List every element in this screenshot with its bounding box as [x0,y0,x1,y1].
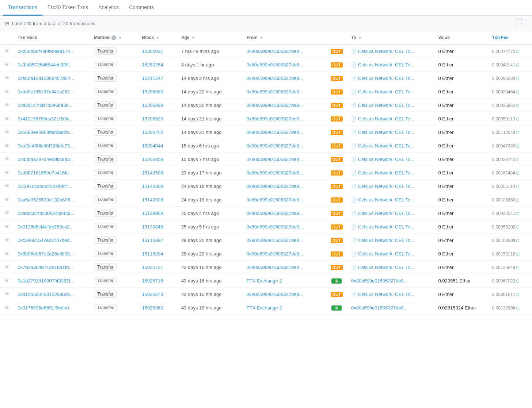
block-link[interactable]: 15206450 [142,130,163,135]
from-link[interactable]: 0x80a599e01506327de8... [247,170,303,176]
from-link[interactable]: 0x80a599e01506327de8... [247,49,303,54]
txn-hash-link[interactable]: 0xa5a0525533e132a635... [18,197,74,203]
txn-hash-link[interactable]: 0xc38681542ec3707bed... [18,238,73,243]
block-link[interactable]: 15025673 [142,292,163,297]
eye-icon[interactable]: 👁 [4,170,10,176]
eye-icon[interactable]: 👁 [4,278,10,284]
block-link[interactable]: 15250264 [142,62,163,68]
from-link[interactable]: 0x80a599e01506327de8... [247,103,303,108]
eye-icon[interactable]: 👁 [4,48,10,54]
to-link[interactable]: Celsius Network: CEL To... [358,224,414,230]
to-link[interactable]: Celsius Network: CEL To... [358,49,414,54]
to-link[interactable]: Celsius Network: CEL To... [358,116,414,122]
tab-analytics[interactable]: Analytics [93,0,124,16]
tab-erc20[interactable]: Erc20 Token Txns [42,0,94,16]
to-link[interactable]: Celsius Network: CEL To... [358,211,414,216]
to-link[interactable]: Celsius Network: CEL To... [358,130,414,135]
from-link[interactable]: 0x80a599e01506327de8... [247,184,303,189]
to-link[interactable]: Celsius Network: CEL To... [358,62,414,68]
txn-hash-link[interactable]: 0xaddcd7fdc30c34bb4c9... [18,211,74,216]
block-link[interactable]: 15206889 [142,89,163,95]
eye-icon[interactable]: 👁 [4,116,10,122]
more-options-button[interactable]: ⋮ [515,19,527,27]
block-link[interactable]: 15211547 [142,76,163,81]
to-link[interactable]: Celsius Network: CEL To... [358,292,414,297]
from-link[interactable]: 0x80a599e01506327de8... [247,62,303,68]
to-link[interactable]: Celsius Network: CEL To... [358,238,414,243]
txn-hash-link[interactable]: 0xd087161650e7e416fc... [18,170,72,176]
from-link[interactable]: 0x80a599e01506327de8... [247,251,303,257]
eye-icon[interactable]: 👁 [4,197,10,203]
txn-hash-link[interactable]: 0x7b2a364871a818a1fd... [18,265,73,270]
eye-icon[interactable]: 👁 [4,251,10,257]
txn-hash-link[interactable]: 0x3175835e6691f8eded... [18,305,73,311]
block-link[interactable]: 15139846 [142,224,163,230]
from-link[interactable]: 0x80a599e01506327de8... [247,238,303,243]
eye-icon[interactable]: 👁 [4,62,10,68]
eye-icon[interactable]: 👁 [4,305,10,311]
eye-icon[interactable]: 👁 [4,224,10,230]
to-link[interactable]: 0x80a599e01506327de8... [351,305,408,311]
block-link[interactable]: 15149508 [142,170,163,176]
to-link[interactable]: Celsius Network: CEL To... [358,184,414,189]
block-link[interactable]: 15116387 [142,238,163,243]
from-link[interactable]: 0x80a599e01506327de8... [247,130,303,135]
block-link[interactable]: 15025362 [142,305,163,311]
block-link[interactable]: 15116284 [142,251,163,257]
from-link[interactable]: 0x80a599e01506327de8... [247,197,303,203]
txn-hash-link[interactable]: 0xd1365d0408152686cb... [18,292,74,297]
block-link[interactable]: 15142808 [142,197,163,203]
from-link[interactable]: 0x80a599e01506327de8... [247,143,303,149]
txn-hash-link[interactable]: 0x9126b5cf4efde259ca2... [18,224,73,230]
to-link[interactable]: Celsius Network: CEL To... [358,103,414,108]
txn-hash-link[interactable]: 0xfa5fa12d1306d467d04... [18,76,74,81]
eye-icon[interactable]: 👁 [4,89,10,95]
txn-hash-link[interactable]: 0x412c35786ca321f5f3e... [18,116,73,122]
txn-hash-link[interactable]: 0xa291c7f8d7b3e6ba38... [18,103,72,108]
from-link[interactable]: 0x80a599e01506327de8... [247,265,303,270]
txn-hash-link[interactable]: 0x3fd8572646644cb3f5f... [18,62,72,68]
tab-transactions[interactable]: Transactions [3,0,42,16]
eye-icon[interactable]: 👁 [4,237,10,243]
from-link[interactable]: 0x80a599e01506327de8... [247,157,303,162]
to-link[interactable]: Celsius Network: CEL To... [358,143,414,149]
txn-hash-link[interactable]: 0xb58b86f480f9beaa174... [18,49,74,54]
to-link[interactable]: 0x80a599e01506327de8... [351,278,408,284]
txn-hash-link[interactable]: 0x8b96de67e2a26c8838... [18,251,74,257]
block-filter-button[interactable]: ▼ [155,36,160,40]
block-link[interactable]: 15142808 [142,184,163,189]
from-link[interactable]: 0x80a599e01506327de8... [247,76,303,81]
eye-icon[interactable]: 👁 [4,183,10,189]
txn-hash-link[interactable]: 0xaf3e480fc88f326bfa73... [18,143,74,149]
tab-comments[interactable]: Comments [124,0,159,16]
block-link[interactable]: 15139968 [142,211,163,216]
block-link[interactable]: 15204044 [142,143,163,149]
block-link[interactable]: 15025721 [142,265,163,270]
from-link[interactable]: 0x80a599e01506327de8... [247,89,303,95]
eye-icon[interactable]: 👁 [4,143,10,149]
block-link[interactable]: 15206889 [142,103,163,108]
block-link[interactable]: 15206520 [142,116,163,122]
method-filter-button[interactable]: ▼ [118,36,123,40]
txn-hash-link[interactable]: 0x1b2792819007f43982f... [18,278,74,284]
eye-icon[interactable]: 👁 [4,291,10,297]
to-link[interactable]: Celsius Network: CEL To... [358,76,414,81]
from-link[interactable]: 0x80a599e01506327de8... [247,211,303,216]
to-link[interactable]: Celsius Network: CEL To... [358,170,414,176]
from-link[interactable]: FTX Exchange 2 [247,278,282,284]
txn-hash-link[interactable]: 0xdd0c165197a841a252... [18,89,74,95]
txn-hash-link[interactable]: 0xd5baa397d4ed9bc9d3... [18,157,74,162]
eye-icon[interactable]: 👁 [4,210,10,216]
from-link[interactable]: FTX Exchange 2 [247,305,282,311]
eye-icon[interactable]: 👁 [4,264,10,270]
block-link[interactable]: 15203858 [142,157,163,162]
to-link[interactable]: Celsius Network: CEL To... [358,251,414,257]
from-link[interactable]: 0x80a599e01506327de8... [247,116,303,122]
block-link[interactable]: 15025715 [142,278,163,284]
to-link[interactable]: Celsius Network: CEL To... [358,89,414,95]
from-filter-button[interactable]: ▼ [259,36,264,40]
eye-icon[interactable]: 👁 [4,75,10,81]
eye-icon[interactable]: 👁 [4,156,10,162]
txn-hash-link[interactable]: 0x50f7dcabc825b7f98f7... [18,184,72,189]
to-link[interactable]: Celsius Network: CEL To... [358,265,414,270]
